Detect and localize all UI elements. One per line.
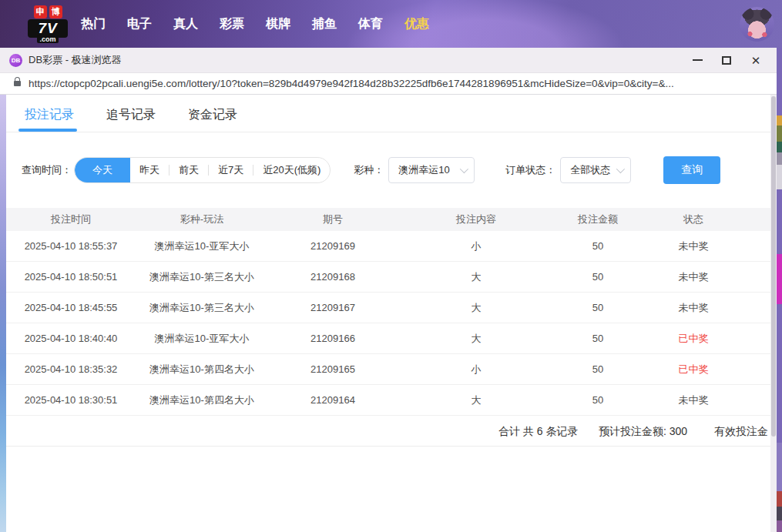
cell-game-play: 澳洲幸运10-第三名大小: [136, 301, 268, 315]
cell-game-play: 澳洲幸运10-第四名大小: [136, 393, 268, 407]
col-game-play: 彩种-玩法: [136, 212, 268, 226]
table-row: 2025-04-10 18:40:40 澳洲幸运10-亚军大小 21209166…: [6, 323, 770, 354]
status-select[interactable]: 全部状态: [560, 157, 631, 183]
table-header: 投注时间 彩种-玩法 期号 投注内容 投注金额 状态: [6, 208, 770, 231]
nav-item-slots[interactable]: 电子: [127, 16, 152, 32]
table-row: 2025-04-10 18:55:37 澳洲幸运10-亚军大小 21209169…: [6, 231, 770, 262]
time-option-day-before[interactable]: 前天: [169, 157, 208, 183]
logo-7v: 7V: [28, 19, 68, 38]
record-tabs: 投注记录 追号记录 资金记录: [6, 95, 770, 132]
nav-item-chess[interactable]: 棋牌: [266, 16, 290, 32]
cell-bet-amount: 50: [555, 240, 641, 252]
cell-bet-amount: 50: [555, 394, 641, 406]
cell-issue: 21209164: [268, 394, 398, 406]
cell-issue: 21209165: [268, 363, 398, 375]
status-badge: 未中奖: [641, 270, 746, 284]
time-option-today[interactable]: 今天: [75, 157, 130, 183]
table-row: 2025-04-10 18:35:32 澳洲幸运10-第四名大小 2120916…: [6, 354, 770, 385]
cell-game-play: 澳洲幸运10-第四名大小: [136, 363, 268, 376]
table-row: 2025-04-10 18:30:51 澳洲幸运10-第四名大小 2120916…: [6, 385, 770, 416]
summary-expected-amount: 预计投注金额: 300: [599, 425, 687, 439]
col-bet-content: 投注内容: [398, 212, 555, 226]
time-option-7days[interactable]: 近7天: [209, 157, 253, 183]
scrollbar[interactable]: [770, 95, 777, 532]
tab-chase-records[interactable]: 追号记录: [106, 107, 156, 132]
lottery-select[interactable]: 澳洲幸运10: [388, 157, 475, 183]
lock-icon: [14, 81, 21, 86]
nav-item-fishing[interactable]: 捕鱼: [312, 16, 337, 32]
logo-badges: 申 博: [34, 5, 62, 18]
time-option-yesterday[interactable]: 昨天: [130, 157, 169, 183]
tab-fund-records[interactable]: 资金记录: [188, 107, 237, 132]
site-top-nav: 申 博 7V .com 热门 电子 真人 彩票 棋牌 捕鱼 体育 优惠: [0, 0, 782, 48]
nav-item-lottery[interactable]: 彩票: [220, 16, 244, 32]
url-text[interactable]: https://ctopcp02pcali.uengi5e.com/lotter…: [29, 78, 674, 89]
cell-bet-content: 小: [398, 363, 555, 376]
logo-com: .com: [37, 35, 58, 43]
cell-issue: 21209166: [268, 333, 398, 344]
tab-bet-records[interactable]: 投注记录: [25, 107, 74, 132]
nav-item-sports[interactable]: 体育: [358, 16, 383, 32]
browser-app-icon: DB: [9, 54, 22, 67]
browser-title: DB彩票 - 极速浏览器: [29, 53, 122, 67]
maximize-button[interactable]: [712, 50, 741, 70]
browser-window: DB DB彩票 - 极速浏览器 ✕ https://ctopcp02pcali.…: [0, 48, 777, 532]
table-row: 2025-04-10 18:45:55 澳洲幸运10-第三名大小 2120916…: [6, 293, 770, 323]
cell-bet-amount: 50: [555, 271, 641, 283]
cell-issue: 21209169: [268, 240, 398, 252]
time-filter-label: 查询时间：: [22, 163, 72, 177]
page-content: 投注记录 追号记录 资金记录 查询时间： 今天 昨天 前天 近7天 近20天(低…: [6, 95, 770, 532]
cell-issue: 21209168: [268, 271, 398, 283]
cell-bet-time: 2025-04-10 18:30:51: [6, 394, 136, 406]
nav-item-hot[interactable]: 热门: [81, 16, 106, 32]
window-controls: ✕: [683, 50, 777, 70]
cell-bet-time: 2025-04-10 18:35:32: [6, 363, 136, 375]
status-badge-won: 已中奖: [641, 332, 746, 346]
chevron-down-icon: [460, 165, 468, 173]
cell-bet-content: 大: [398, 393, 555, 407]
site-nav-menu: 热门 电子 真人 彩票 棋牌 捕鱼 体育 优惠: [81, 16, 429, 32]
close-button[interactable]: ✕: [741, 50, 770, 70]
status-badge: 未中奖: [641, 301, 746, 315]
logo-badge-bo: 博: [49, 5, 62, 18]
browser-viewport: 投注记录 追号记录 资金记录 查询时间： 今天 昨天 前天 近7天 近20天(低…: [0, 95, 777, 532]
minimize-icon: [693, 59, 703, 61]
browser-urlbar[interactable]: https://ctopcp02pcali.uengi5e.com/lotter…: [0, 73, 777, 95]
lottery-select-value: 澳洲幸运10: [398, 163, 449, 177]
search-button[interactable]: 查询: [663, 156, 720, 184]
cell-bet-content: 大: [398, 332, 555, 346]
minimize-button[interactable]: [683, 50, 712, 70]
nav-item-promotions[interactable]: 优惠: [404, 16, 429, 32]
page-left-gradient: [0, 95, 6, 532]
user-avatar[interactable]: [740, 7, 774, 42]
cell-bet-time: 2025-04-10 18:40:40: [6, 333, 136, 344]
cell-bet-amount: 50: [555, 363, 641, 375]
summary-row: 合计 共 6 条记录 预计投注金额: 300 有效投注金: [6, 416, 770, 447]
cell-bet-time: 2025-04-10 18:55:37: [6, 240, 136, 252]
chevron-down-icon: [616, 165, 625, 173]
site-logo[interactable]: 申 博 7V .com: [25, 5, 70, 43]
cell-game-play: 澳洲幸运10-第三名大小: [136, 270, 268, 284]
nav-item-live[interactable]: 真人: [173, 16, 198, 32]
summary-valid-amount: 有效投注金: [714, 425, 768, 439]
lottery-filter-label: 彩种：: [354, 163, 384, 177]
cell-bet-content: 大: [398, 270, 555, 284]
cell-bet-time: 2025-04-10 18:45:55: [6, 302, 136, 313]
time-option-20days[interactable]: 近20天(低频): [253, 157, 330, 183]
screen: 申 博 7V .com 热门 电子 真人 彩票 棋牌 捕鱼 体育 优惠 DB D…: [0, 0, 782, 532]
cell-bet-content: 大: [398, 301, 555, 315]
status-badge-won: 已中奖: [641, 363, 746, 376]
scrollbar-thumb[interactable]: [771, 96, 776, 437]
col-bet-amount: 投注金额: [555, 212, 641, 226]
background-page-sliver: [777, 48, 782, 532]
status-badge: 未中奖: [641, 393, 746, 407]
order-status-label: 订单状态：: [505, 163, 555, 177]
browser-titlebar[interactable]: DB DB彩票 - 极速浏览器 ✕: [0, 48, 777, 73]
cell-bet-amount: 50: [555, 302, 641, 313]
maximize-icon: [722, 56, 731, 65]
col-bet-time: 投注时间: [6, 212, 136, 226]
cell-bet-amount: 50: [555, 333, 641, 344]
status-select-value: 全部状态: [570, 163, 610, 177]
time-filter-group: 今天 昨天 前天 近7天 近20天(低频): [74, 157, 331, 183]
cell-bet-content: 小: [398, 239, 555, 253]
